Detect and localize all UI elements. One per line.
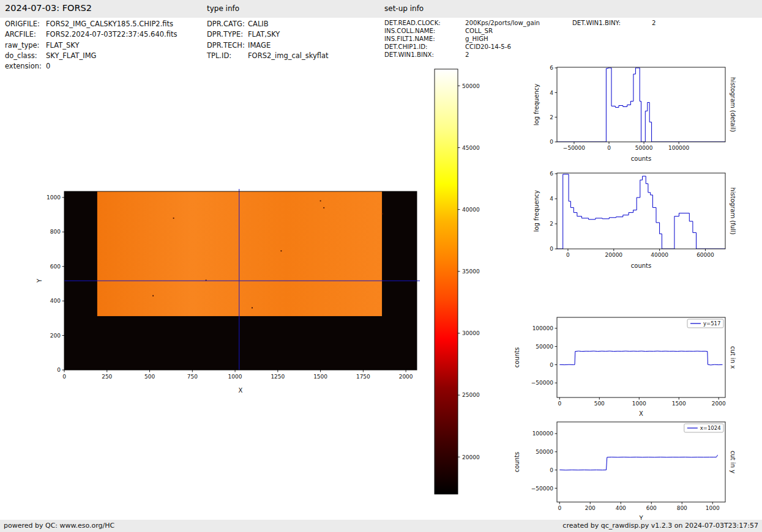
cut-in-x-series xyxy=(559,351,722,365)
plot-text: counts xyxy=(631,262,651,269)
plot-text: counts xyxy=(514,347,520,368)
illuminated-region xyxy=(97,191,382,316)
plot-text: 40000 xyxy=(462,207,480,213)
plot-text: −50000 xyxy=(563,145,585,151)
plot-text: 0 xyxy=(566,252,570,258)
doclass-value: SKY_FLAT_IMG xyxy=(46,51,96,60)
origfile-value: FORS2_IMG_CALSKY185.5.CHIP2.fits xyxy=(46,20,173,28)
read-clock-row: DET.READ.CLOCK:200Kps/2ports/low_gain xyxy=(384,20,540,28)
binx-row: DET.WIN1.BINX:2 xyxy=(384,51,540,59)
plot-text: cut in y xyxy=(730,451,736,473)
plot-text: −50000 xyxy=(531,380,553,386)
plot-text: 800 xyxy=(50,229,61,235)
page-title: 2024-07-03: FORS2 xyxy=(5,3,92,13)
doclass-label: do_class: xyxy=(5,51,46,61)
coll-name-row: INS.COLL.NAME:COLL_SR xyxy=(384,28,540,35)
dpr-type-label: DPR.TYPE: xyxy=(207,29,248,40)
plot-text: 600 xyxy=(50,264,61,270)
arcfile-row: ARCFILE:FORS2.2024-07-03T22:37:45.640.fi… xyxy=(5,29,177,40)
chip-id-row: DET.CHIP1.ID:CCID20-14-5-6 xyxy=(384,43,540,51)
file-info-block: ORIGFILE:FORS2_IMG_CALSKY185.5.CHIP2.fit… xyxy=(5,19,177,72)
footer-left-text: powered by QC: www.eso.org/HC xyxy=(4,522,114,530)
arcfile-label: ARCFILE: xyxy=(5,29,46,40)
plot-text: 1000 xyxy=(632,401,646,407)
setup-info-block: DET.READ.CLOCK:200Kps/2ports/low_gain IN… xyxy=(384,20,540,59)
cut-in-x-plot: 0500100015002000−50000050000100000Xcount… xyxy=(514,317,736,417)
plot-text: −50000 xyxy=(531,486,553,492)
plot-text: 50000 xyxy=(462,83,480,89)
plot-text: histogram (full) xyxy=(730,187,736,234)
plot-text: x=1024 xyxy=(700,425,721,431)
dpr-tech-row: DPR.TECH:IMAGE xyxy=(207,40,329,51)
read-clock-label: DET.READ.CLOCK: xyxy=(384,20,465,28)
plot-text: 1500 xyxy=(313,374,327,380)
origfile-row: ORIGFILE:FORS2_IMG_CALSKY185.5.CHIP2.fit… xyxy=(5,19,177,29)
binx-value: 2 xyxy=(465,51,469,58)
plot-text: 40000 xyxy=(651,252,668,258)
plot-text: 200 xyxy=(50,333,61,339)
plot-text: 250 xyxy=(102,374,112,380)
arcfile-value: FORS2.2024-07-03T22:37:45.640.fits xyxy=(46,30,177,39)
plot-text: 750 xyxy=(187,374,198,380)
plot-text: 500 xyxy=(144,374,155,380)
type-info-heading: type info xyxy=(207,4,239,13)
plot-text: log frequency xyxy=(533,84,540,126)
plot-text: 35000 xyxy=(462,268,480,275)
rawtype-value: FLAT_SKY xyxy=(46,41,80,50)
footer-right-text: created by qc_rawdisp.py v1.2.3 on 2024-… xyxy=(562,522,758,530)
plot-text: 400 xyxy=(616,505,626,511)
tpl-id-label: TPL.ID: xyxy=(207,51,248,61)
histogram-full-series xyxy=(557,174,725,249)
plot-text: 1000 xyxy=(47,194,61,201)
extension-row: extension:0 xyxy=(5,61,177,72)
filt-name-row: INS.FILT1.NAME:g_HIGH xyxy=(384,35,540,43)
plot-text: y=517 xyxy=(703,320,720,327)
histogram-full-plot: 02000040000600000246countslog frequencyh… xyxy=(533,171,736,269)
biny-row: DET.WIN1.BINY:2 xyxy=(572,20,656,28)
plot-text: 0 xyxy=(558,505,561,511)
dpr-type-value: FLAT,SKY xyxy=(248,30,280,39)
chip-id-value: CCID20-14-5-6 xyxy=(465,43,511,50)
plot-text: 30000 xyxy=(462,330,480,336)
plot-text: 20000 xyxy=(462,454,480,460)
main-image-plot: 0250500750100012501500175020000200400600… xyxy=(36,189,420,394)
plot-text: 800 xyxy=(677,505,687,511)
plot-text: Y xyxy=(36,278,43,283)
axes-frame xyxy=(557,317,725,397)
plot-text: 20000 xyxy=(605,252,622,258)
plot-text: 50000 xyxy=(536,449,553,455)
plot-text: 1250 xyxy=(271,374,285,380)
cut-in-y-legend: x=1024 xyxy=(684,424,723,432)
plot-text: 60000 xyxy=(697,252,714,258)
plot-text: 1000 xyxy=(228,374,242,380)
plot-text: 2000 xyxy=(712,401,726,407)
rawtype-row: raw_type:FLAT_SKY xyxy=(5,40,177,51)
colorbar-gradient xyxy=(435,69,458,494)
plot-text: 0 xyxy=(550,246,553,252)
plot-text: 100000 xyxy=(532,325,554,331)
histogram-detail-plot: −500000500001000000246countslog frequenc… xyxy=(533,65,736,162)
plot-text: 50000 xyxy=(536,344,553,350)
axes-frame xyxy=(557,173,725,249)
dpr-catg-label: DPR.CATG: xyxy=(207,19,248,29)
plot-text: 6 xyxy=(550,65,553,71)
biny-label: DET.WIN1.BINY: xyxy=(572,20,652,28)
plot-text: 600 xyxy=(646,505,657,511)
dpr-tech-label: DPR.TECH: xyxy=(207,40,248,51)
dpr-type-row: DPR.TYPE:FLAT,SKY xyxy=(207,29,329,40)
extension-label: extension: xyxy=(5,61,46,72)
plot-text: 0 xyxy=(558,401,561,407)
histogram-detail-series xyxy=(557,68,725,142)
biny-value: 2 xyxy=(652,20,656,26)
axes-frame xyxy=(557,422,725,502)
plot-text: 1500 xyxy=(672,401,686,407)
plot-text: 2 xyxy=(550,221,553,227)
plot-text: X xyxy=(639,410,643,417)
plot-text: 1000 xyxy=(706,505,720,511)
header-bar: 2024-07-03: FORS2 type info set-up info xyxy=(0,0,762,18)
plot-text: X xyxy=(239,387,243,394)
colorbar: 20000250003000035000400004500050000 xyxy=(435,69,480,494)
coll-name-label: INS.COLL.NAME: xyxy=(384,28,465,35)
binx-label: DET.WIN1.BINX: xyxy=(384,51,465,59)
filt-name-label: INS.FILT1.NAME: xyxy=(384,35,465,43)
